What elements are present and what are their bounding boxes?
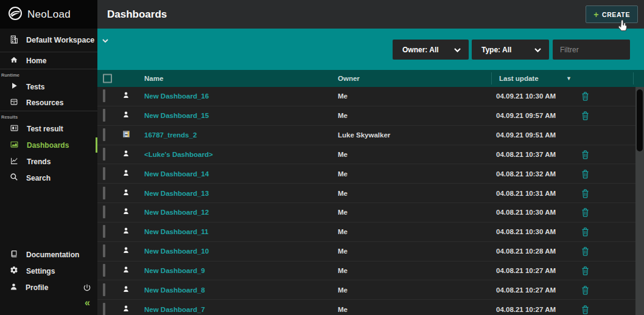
private-owner-icon	[122, 226, 130, 237]
owner-cell: Me	[338, 267, 348, 274]
dashboard-name-link[interactable]: 16787_trends_2	[144, 131, 197, 139]
private-owner-icon	[122, 91, 130, 102]
row-checkbox[interactable]	[103, 109, 105, 122]
delete-dashboard-button[interactable]	[581, 188, 590, 198]
delete-dashboard-button[interactable]	[581, 91, 590, 102]
owner-cell: Me	[338, 306, 348, 313]
delete-dashboard-button[interactable]	[581, 149, 590, 159]
test-result-icon	[10, 124, 19, 134]
top-bar: Dashboards + CREATE	[97, 0, 644, 29]
sidebar-item-resources[interactable]: Resources	[0, 95, 97, 111]
sidebar: NeoLoad Default Workspace Home Runtime T…	[0, 0, 97, 315]
table-row: New Dashboard_7 Me 04.08.21 10:27 AM	[97, 300, 635, 315]
sidebar-item-search[interactable]: Search	[0, 170, 97, 186]
table-row: New Dashboard_16 Me 04.09.21 10:30 AM	[97, 87, 635, 106]
dashboard-name-link[interactable]: New Dashboard_14	[144, 170, 209, 178]
delete-dashboard-button[interactable]	[581, 111, 590, 121]
dashboard-name-link[interactable]: New Dashboard_13	[144, 190, 209, 197]
owner-cell: Me	[338, 228, 348, 235]
row-checkbox[interactable]	[103, 303, 105, 315]
sidebar-item-test-result[interactable]: Test result	[0, 120, 97, 137]
neoload-logo-icon	[8, 6, 23, 23]
owner-cell: Me	[338, 92, 348, 100]
row-checkbox[interactable]	[103, 225, 105, 238]
dashboards-icon	[10, 140, 19, 150]
section-label-results: Results	[0, 111, 97, 120]
sidebar-item-profile[interactable]: Profile	[0, 279, 97, 296]
last-update-cell: 04.08.21 10:27 AM	[496, 267, 556, 274]
dashboard-name-link[interactable]: New Dashboard_11	[144, 228, 208, 235]
resources-icon	[10, 98, 18, 108]
last-update-cell: 04.09.21 10:30 AM	[496, 92, 556, 100]
owner-filter-dropdown[interactable]: Owner: All	[393, 40, 469, 60]
dashboard-name-link[interactable]: New Dashboard_9	[144, 267, 205, 274]
chevron-down-icon	[534, 46, 541, 54]
table-row: New Dashboard_11 Me 04.08.21 10:30 AM	[97, 223, 635, 242]
sidebar-item-settings[interactable]: Settings	[0, 263, 97, 279]
delete-dashboard-button[interactable]	[581, 304, 590, 314]
private-owner-icon	[122, 110, 130, 121]
workspace-selector[interactable]: Default Workspace	[0, 29, 97, 52]
row-checkbox[interactable]	[103, 167, 105, 180]
sidebar-item-documentation[interactable]: Documentation	[0, 246, 97, 263]
row-checkbox[interactable]	[103, 128, 105, 141]
select-all-checkbox[interactable]	[103, 74, 112, 83]
delete-dashboard-button[interactable]	[581, 246, 590, 257]
row-checkbox[interactable]	[103, 244, 105, 257]
type-filter-dropdown[interactable]: Type: All	[472, 40, 549, 60]
owner-cell: Me	[338, 170, 348, 178]
delete-dashboard-button[interactable]	[581, 227, 590, 237]
vertical-scrollbar[interactable]	[635, 87, 644, 315]
dashboard-name-link[interactable]: New Dashboard_8	[144, 286, 205, 294]
last-update-cell: 04.08.21 10:27 AM	[496, 306, 556, 313]
last-update-cell: 04.08.21 10:32 AM	[496, 170, 556, 178]
column-header-owner[interactable]: Owner	[338, 75, 360, 82]
collapse-chevrons-icon: «	[85, 298, 90, 308]
sidebar-item-trends[interactable]: Trends	[0, 153, 97, 170]
create-dashboard-button[interactable]: + CREATE	[586, 5, 638, 23]
logout-power-icon[interactable]	[83, 283, 91, 292]
delete-dashboard-button[interactable]	[581, 168, 590, 179]
table-row: New Dashboard_15 Me 04.09.21 09:57 AM	[97, 106, 635, 126]
main-content: Dashboards + CREATE Owner: All Type: All…	[97, 0, 644, 315]
book-icon	[10, 250, 18, 260]
row-checkbox[interactable]	[103, 283, 105, 296]
sidebar-item-tests[interactable]: Tests	[0, 78, 97, 95]
dashboard-name-link[interactable]: <Luke's Dashboard>	[144, 151, 213, 158]
column-header-name[interactable]: Name	[144, 75, 163, 82]
dashboard-name-link[interactable]: New Dashboard_12	[144, 209, 209, 216]
private-owner-icon	[122, 168, 130, 179]
last-update-cell: 04.08.21 10:37 AM	[496, 151, 556, 158]
delete-dashboard-button[interactable]	[581, 266, 590, 276]
dashboard-name-link[interactable]: New Dashboard_7	[144, 306, 205, 313]
owner-cell: Me	[338, 248, 348, 255]
filter-text-input[interactable]	[553, 40, 630, 60]
dashboard-name-link[interactable]: New Dashboard_15	[144, 112, 209, 119]
dashboard-name-link[interactable]: New Dashboard_10	[144, 248, 209, 255]
column-header-last-update[interactable]: Last update	[499, 75, 539, 82]
owner-cell: Me	[338, 151, 348, 158]
row-checkbox[interactable]	[103, 148, 105, 161]
row-checkbox[interactable]	[103, 187, 105, 199]
private-owner-icon	[122, 285, 130, 296]
sort-descending-icon[interactable]: ▼	[566, 75, 572, 81]
person-icon	[10, 283, 18, 292]
scrollbar-thumb[interactable]	[637, 89, 643, 151]
private-owner-icon	[122, 207, 130, 218]
app-logo: NeoLoad	[0, 0, 97, 29]
delete-dashboard-button[interactable]	[581, 207, 590, 218]
delete-dashboard-button[interactable]	[581, 285, 590, 295]
section-label-runtime: Runtime	[0, 69, 97, 78]
column-divider	[633, 72, 634, 85]
owner-cell: Me	[338, 190, 348, 197]
sidebar-collapse-button[interactable]: «	[0, 296, 97, 310]
sidebar-item-home[interactable]: Home	[0, 52, 97, 69]
row-checkbox[interactable]	[103, 264, 105, 277]
row-checkbox[interactable]	[103, 206, 105, 218]
sidebar-item-dashboards[interactable]: Dashboards	[0, 137, 97, 153]
app-name: NeoLoad	[27, 9, 71, 21]
play-icon	[10, 81, 18, 92]
dashboard-name-link[interactable]: New Dashboard_16	[144, 92, 209, 100]
row-checkbox[interactable]	[103, 89, 105, 102]
private-owner-icon	[122, 188, 130, 199]
